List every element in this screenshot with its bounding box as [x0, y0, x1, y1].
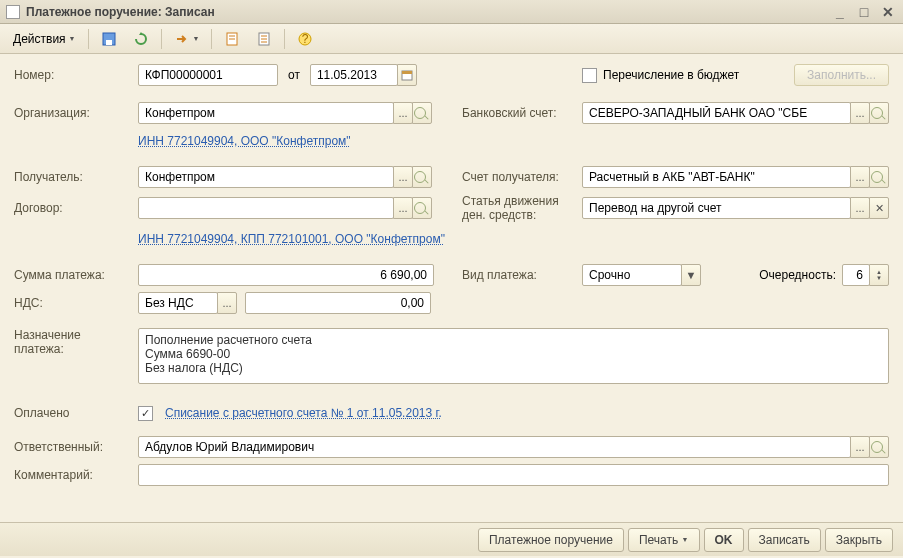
contract-field[interactable]	[138, 197, 394, 219]
close-button[interactable]: ✕	[879, 4, 897, 20]
responsible-input[interactable]	[143, 439, 846, 455]
responsible-search-button[interactable]	[869, 436, 889, 458]
maximize-button[interactable]: □	[855, 4, 873, 20]
flow-clear-button[interactable]: ✕	[869, 197, 889, 219]
minimize-button[interactable]: _	[831, 4, 849, 20]
refresh-tool-button[interactable]	[126, 27, 156, 51]
priority-input[interactable]	[847, 267, 865, 283]
responsible-select-button[interactable]: ...	[850, 436, 870, 458]
budget-checkbox[interactable]	[582, 68, 597, 83]
refresh-icon	[133, 31, 149, 47]
print-label: Печать	[639, 533, 678, 547]
bank-acc-input[interactable]	[587, 105, 846, 121]
priority-field[interactable]	[842, 264, 870, 286]
print-button[interactable]: Печать ▼	[628, 528, 700, 552]
report-tool-button[interactable]	[217, 27, 247, 51]
separator	[284, 29, 285, 49]
org-input[interactable]	[143, 105, 389, 121]
calendar-icon	[401, 69, 413, 81]
recip-acc-search-button[interactable]	[869, 166, 889, 188]
recip-acc-field[interactable]	[582, 166, 851, 188]
save-icon	[101, 31, 117, 47]
footer: Платежное поручение Печать ▼ OK Записать…	[0, 522, 903, 556]
number-field[interactable]	[138, 64, 278, 86]
contract-search-button[interactable]	[412, 197, 432, 219]
bank-acc-select-button[interactable]: ...	[850, 102, 870, 124]
number-input[interactable]	[143, 67, 273, 83]
amount-input[interactable]	[143, 267, 429, 283]
recipient-field[interactable]	[138, 166, 394, 188]
recipient-input[interactable]	[143, 169, 389, 185]
list-icon	[256, 31, 272, 47]
vat-amount-field[interactable]	[245, 292, 431, 314]
toolbar: Действия ▼ ▼ ?	[0, 24, 903, 54]
close-form-button[interactable]: Закрыть	[825, 528, 893, 552]
paid-link[interactable]: Списание с расчетного счета № 1 от 11.05…	[165, 406, 442, 420]
ok-label: OK	[715, 533, 733, 547]
bank-acc-search-button[interactable]	[869, 102, 889, 124]
ok-button[interactable]: OK	[704, 528, 744, 552]
flow-input[interactable]	[587, 200, 846, 216]
from-label: от	[288, 68, 300, 82]
recip-acc-select-button[interactable]: ...	[850, 166, 870, 188]
save-tool-button[interactable]	[94, 27, 124, 51]
flow-label: Статья движенияден. средств:	[462, 194, 582, 222]
titlebar: Платежное поручение: Записан _ □ ✕	[0, 0, 903, 24]
report-icon	[224, 31, 240, 47]
print-doc-button[interactable]: Платежное поручение	[478, 528, 624, 552]
recip-acc-input[interactable]	[587, 169, 846, 185]
org-field[interactable]	[138, 102, 394, 124]
date-input[interactable]	[315, 67, 393, 83]
comment-input[interactable]	[143, 467, 884, 483]
contract-input[interactable]	[143, 200, 389, 216]
separator	[161, 29, 162, 49]
recipient-search-button[interactable]	[412, 166, 432, 188]
fill-label: Заполнить...	[807, 68, 876, 82]
fill-button[interactable]: Заполнить...	[794, 64, 889, 86]
recipient-link[interactable]: ИНН 7721049904, КПП 772101001, ООО "Конф…	[138, 232, 445, 246]
vat-type-field[interactable]	[138, 292, 218, 314]
org-search-button[interactable]	[412, 102, 432, 124]
vat-select-button[interactable]: ...	[217, 292, 237, 314]
actions-menu[interactable]: Действия ▼	[6, 28, 83, 50]
bank-acc-field[interactable]	[582, 102, 851, 124]
arrow-icon	[174, 31, 190, 47]
priority-stepper[interactable]: ▲▼	[869, 264, 889, 286]
contract-select-button[interactable]: ...	[393, 197, 413, 219]
responsible-field[interactable]	[138, 436, 851, 458]
flow-select-button[interactable]: ...	[850, 197, 870, 219]
recipient-label: Получатель:	[14, 170, 138, 184]
org-select-button[interactable]: ...	[393, 102, 413, 124]
responsible-label: Ответственный:	[14, 440, 138, 454]
list-tool-button[interactable]	[249, 27, 279, 51]
svg-rect-12	[402, 71, 412, 74]
comment-field[interactable]	[138, 464, 889, 486]
pay-type-input[interactable]	[587, 267, 677, 283]
number-label: Номер:	[14, 68, 138, 82]
save-label: Записать	[759, 533, 810, 547]
pay-type-dropdown[interactable]: ▼	[681, 264, 701, 286]
purpose-textarea[interactable]: Пополнение расчетного счета Сумма 6690-0…	[138, 328, 889, 384]
save-button[interactable]: Записать	[748, 528, 821, 552]
chevron-down-icon: ▼	[69, 35, 76, 42]
svg-text:?: ?	[302, 32, 309, 46]
amount-field[interactable]	[138, 264, 434, 286]
flow-field[interactable]	[582, 197, 851, 219]
window-title: Платежное поручение: Записан	[26, 5, 831, 19]
budget-label: Перечисление в бюджет	[603, 68, 739, 82]
vat-type-input[interactable]	[143, 295, 213, 311]
pay-type-field[interactable]	[582, 264, 682, 286]
org-link[interactable]: ИНН 7721049904, ООО "Конфетпром"	[138, 134, 351, 148]
recipient-select-button[interactable]: ...	[393, 166, 413, 188]
form-body: Номер: от Перечисление в бюджет Заполнит…	[0, 54, 903, 522]
priority-label: Очередность:	[759, 268, 836, 282]
date-field[interactable]	[310, 64, 398, 86]
goto-tool-button[interactable]: ▼	[167, 27, 207, 51]
vat-amount-input[interactable]	[250, 295, 426, 311]
paid-checkbox[interactable]	[138, 406, 153, 421]
svg-rect-1	[106, 40, 112, 45]
purpose-label: Назначениеплатежа:	[14, 328, 138, 356]
pay-type-label: Вид платежа:	[462, 268, 582, 282]
calendar-button[interactable]	[397, 64, 417, 86]
help-tool-button[interactable]: ?	[290, 27, 320, 51]
